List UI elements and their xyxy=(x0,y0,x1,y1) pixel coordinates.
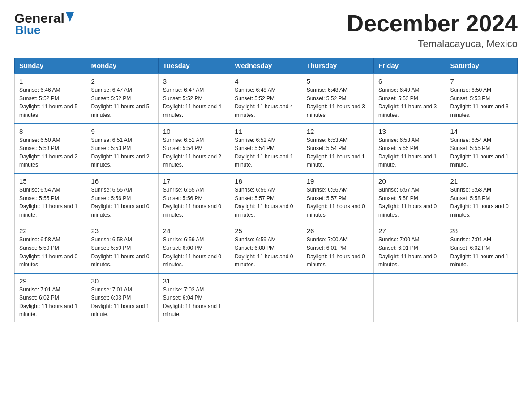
calendar-header-row: Sunday Monday Tuesday Wednesday Thursday… xyxy=(15,58,518,74)
day-info: Sunrise: 6:54 AMSunset: 5:55 PMDaylight:… xyxy=(19,186,82,219)
day-number: 4 xyxy=(235,77,297,85)
calendar-cell-w3-d3: 17Sunrise: 6:55 AMSunset: 5:56 PMDayligh… xyxy=(158,173,230,223)
day-number: 19 xyxy=(307,177,369,185)
day-number: 23 xyxy=(91,227,153,235)
calendar-cell-w2-d1: 8Sunrise: 6:50 AMSunset: 5:53 PMDaylight… xyxy=(15,124,86,173)
week-row-3: 15Sunrise: 6:54 AMSunset: 5:55 PMDayligh… xyxy=(15,173,518,223)
day-number: 12 xyxy=(307,128,369,135)
title-area: December 2024 Temalacayuca, Mexico xyxy=(347,11,518,50)
day-info: Sunrise: 7:00 AMSunset: 6:01 PMDaylight:… xyxy=(307,235,369,269)
calendar-cell-w3-d1: 15Sunrise: 6:54 AMSunset: 5:55 PMDayligh… xyxy=(15,173,86,223)
day-number: 26 xyxy=(307,227,369,235)
day-info: Sunrise: 6:58 AMSunset: 5:59 PMDaylight:… xyxy=(19,235,82,269)
day-info: Sunrise: 6:56 AMSunset: 5:57 PMDaylight:… xyxy=(235,186,297,219)
calendar-cell-w1-d1: 1Sunrise: 6:46 AMSunset: 5:52 PMDaylight… xyxy=(15,73,86,123)
day-info: Sunrise: 6:58 AMSunset: 5:58 PMDaylight:… xyxy=(450,186,513,219)
day-number: 2 xyxy=(91,77,153,85)
calendar-cell-w2-d4: 11Sunrise: 6:52 AMSunset: 5:54 PMDayligh… xyxy=(230,124,302,173)
day-number: 11 xyxy=(235,128,297,135)
day-number: 25 xyxy=(235,227,297,235)
calendar-cell-w4-d2: 23Sunrise: 6:58 AMSunset: 5:59 PMDayligh… xyxy=(86,223,158,273)
day-info: Sunrise: 6:48 AMSunset: 5:52 PMDaylight:… xyxy=(235,86,297,119)
week-row-1: 1Sunrise: 6:46 AMSunset: 5:52 PMDaylight… xyxy=(15,73,518,123)
calendar-cell-w5-d1: 29Sunrise: 7:01 AMSunset: 6:02 PMDayligh… xyxy=(15,273,86,322)
day-info: Sunrise: 6:53 AMSunset: 5:54 PMDaylight:… xyxy=(307,136,369,169)
day-number: 27 xyxy=(378,227,441,235)
day-info: Sunrise: 7:01 AMSunset: 6:02 PMDaylight:… xyxy=(19,286,82,319)
week-row-5: 29Sunrise: 7:01 AMSunset: 6:02 PMDayligh… xyxy=(15,273,518,322)
calendar-cell-w4-d6: 27Sunrise: 7:00 AMSunset: 6:01 PMDayligh… xyxy=(374,223,446,273)
calendar-cell-w2-d6: 13Sunrise: 6:53 AMSunset: 5:55 PMDayligh… xyxy=(374,124,446,173)
calendar-cell-w3-d4: 18Sunrise: 6:56 AMSunset: 5:57 PMDayligh… xyxy=(230,173,302,223)
col-friday: Friday xyxy=(374,58,446,74)
day-info: Sunrise: 6:55 AMSunset: 5:56 PMDaylight:… xyxy=(163,186,225,219)
calendar-cell-w4-d7: 28Sunrise: 7:01 AMSunset: 6:02 PMDayligh… xyxy=(446,223,517,273)
logo-blue-text: Blue xyxy=(15,23,40,37)
day-info: Sunrise: 6:53 AMSunset: 5:55 PMDaylight:… xyxy=(378,136,441,169)
col-wednesday: Wednesday xyxy=(230,58,302,74)
calendar-cell-w5-d6 xyxy=(374,273,446,322)
day-info: Sunrise: 6:51 AMSunset: 5:53 PMDaylight:… xyxy=(91,136,153,169)
day-number: 18 xyxy=(235,177,297,185)
calendar-cell-w2-d7: 14Sunrise: 6:54 AMSunset: 5:55 PMDayligh… xyxy=(446,124,517,173)
logo-area: General Blue xyxy=(14,11,74,37)
day-number: 31 xyxy=(163,277,225,285)
day-info: Sunrise: 6:59 AMSunset: 6:00 PMDaylight:… xyxy=(235,235,297,269)
calendar-cell-w4-d3: 24Sunrise: 6:59 AMSunset: 6:00 PMDayligh… xyxy=(158,223,230,273)
day-number: 13 xyxy=(378,128,441,135)
week-row-2: 8Sunrise: 6:50 AMSunset: 5:53 PMDaylight… xyxy=(15,124,518,173)
day-info: Sunrise: 6:50 AMSunset: 5:53 PMDaylight:… xyxy=(19,136,82,169)
day-info: Sunrise: 7:00 AMSunset: 6:01 PMDaylight:… xyxy=(378,235,441,269)
calendar-cell-w1-d7: 7Sunrise: 6:50 AMSunset: 5:53 PMDaylight… xyxy=(446,73,517,123)
day-number: 5 xyxy=(307,77,369,85)
day-info: Sunrise: 6:58 AMSunset: 5:59 PMDaylight:… xyxy=(91,235,153,269)
calendar-cell-w1-d6: 6Sunrise: 6:49 AMSunset: 5:53 PMDaylight… xyxy=(374,73,446,123)
day-number: 1 xyxy=(19,77,82,85)
calendar-cell-w5-d7 xyxy=(446,273,517,322)
svg-marker-0 xyxy=(66,12,74,22)
calendar-cell-w3-d7: 21Sunrise: 6:58 AMSunset: 5:58 PMDayligh… xyxy=(446,173,517,223)
col-tuesday: Tuesday xyxy=(158,58,230,74)
day-info: Sunrise: 6:46 AMSunset: 5:52 PMDaylight:… xyxy=(19,86,82,119)
day-info: Sunrise: 6:57 AMSunset: 5:58 PMDaylight:… xyxy=(378,186,441,219)
col-saturday: Saturday xyxy=(446,58,517,74)
calendar-cell-w5-d3: 31Sunrise: 7:02 AMSunset: 6:04 PMDayligh… xyxy=(158,273,230,322)
day-number: 22 xyxy=(19,227,82,235)
col-sunday: Sunday xyxy=(15,58,86,74)
day-number: 17 xyxy=(163,177,225,185)
calendar-cell-w5-d5 xyxy=(302,273,373,322)
day-info: Sunrise: 6:55 AMSunset: 5:56 PMDaylight:… xyxy=(91,186,153,219)
day-number: 14 xyxy=(450,128,513,135)
calendar-cell-w5-d4 xyxy=(230,273,302,322)
col-monday: Monday xyxy=(86,58,158,74)
day-number: 21 xyxy=(450,177,513,185)
day-number: 7 xyxy=(450,77,513,85)
calendar-table: Sunday Monday Tuesday Wednesday Thursday… xyxy=(14,58,518,322)
day-info: Sunrise: 7:01 AMSunset: 6:03 PMDaylight:… xyxy=(91,286,153,319)
day-info: Sunrise: 6:52 AMSunset: 5:54 PMDaylight:… xyxy=(235,136,297,169)
calendar-cell-w3-d5: 19Sunrise: 6:56 AMSunset: 5:57 PMDayligh… xyxy=(302,173,373,223)
main-title: December 2024 xyxy=(347,11,518,36)
calendar-cell-w1-d2: 2Sunrise: 6:47 AMSunset: 5:52 PMDaylight… xyxy=(86,73,158,123)
calendar-cell-w4-d4: 25Sunrise: 6:59 AMSunset: 6:00 PMDayligh… xyxy=(230,223,302,273)
day-number: 29 xyxy=(19,277,82,285)
day-info: Sunrise: 6:54 AMSunset: 5:55 PMDaylight:… xyxy=(450,136,513,169)
day-number: 10 xyxy=(163,128,225,135)
week-row-4: 22Sunrise: 6:58 AMSunset: 5:59 PMDayligh… xyxy=(15,223,518,273)
subtitle: Temalacayuca, Mexico xyxy=(347,38,518,50)
calendar-cell-w4-d5: 26Sunrise: 7:00 AMSunset: 6:01 PMDayligh… xyxy=(302,223,373,273)
calendar-cell-w1-d4: 4Sunrise: 6:48 AMSunset: 5:52 PMDaylight… xyxy=(230,73,302,123)
day-info: Sunrise: 7:01 AMSunset: 6:02 PMDaylight:… xyxy=(450,235,513,269)
day-info: Sunrise: 6:59 AMSunset: 6:00 PMDaylight:… xyxy=(163,235,225,269)
day-number: 8 xyxy=(19,128,82,135)
day-number: 15 xyxy=(19,177,82,185)
day-number: 24 xyxy=(163,227,225,235)
col-thursday: Thursday xyxy=(302,58,373,74)
day-number: 16 xyxy=(91,177,153,185)
calendar-cell-w3-d2: 16Sunrise: 6:55 AMSunset: 5:56 PMDayligh… xyxy=(86,173,158,223)
day-info: Sunrise: 6:47 AMSunset: 5:52 PMDaylight:… xyxy=(163,86,225,119)
logo-triangle-icon xyxy=(66,12,74,24)
calendar-cell-w5-d2: 30Sunrise: 7:01 AMSunset: 6:03 PMDayligh… xyxy=(86,273,158,322)
day-number: 20 xyxy=(378,177,441,185)
calendar-cell-w3-d6: 20Sunrise: 6:57 AMSunset: 5:58 PMDayligh… xyxy=(374,173,446,223)
